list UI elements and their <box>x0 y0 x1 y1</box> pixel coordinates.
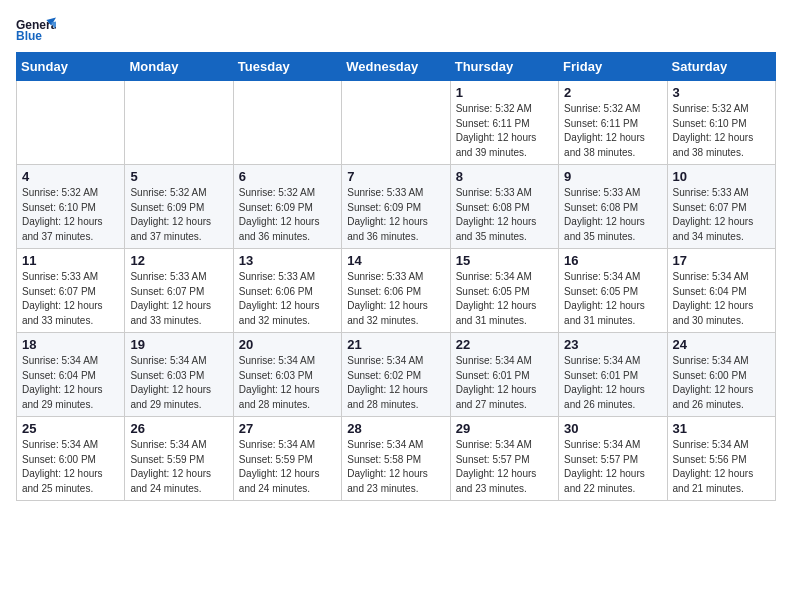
day-info: Sunrise: 5:33 AM Sunset: 6:06 PM Dayligh… <box>239 270 336 328</box>
day-info: Sunrise: 5:34 AM Sunset: 6:04 PM Dayligh… <box>22 354 119 412</box>
calendar-cell: 4Sunrise: 5:32 AM Sunset: 6:10 PM Daylig… <box>17 165 125 249</box>
calendar-week-row: 11Sunrise: 5:33 AM Sunset: 6:07 PM Dayli… <box>17 249 776 333</box>
weekday-header: Friday <box>559 53 667 81</box>
day-info: Sunrise: 5:34 AM Sunset: 6:03 PM Dayligh… <box>239 354 336 412</box>
calendar-cell: 11Sunrise: 5:33 AM Sunset: 6:07 PM Dayli… <box>17 249 125 333</box>
day-number: 1 <box>456 85 553 100</box>
day-info: Sunrise: 5:34 AM Sunset: 6:05 PM Dayligh… <box>564 270 661 328</box>
calendar-cell: 1Sunrise: 5:32 AM Sunset: 6:11 PM Daylig… <box>450 81 558 165</box>
calendar-week-row: 18Sunrise: 5:34 AM Sunset: 6:04 PM Dayli… <box>17 333 776 417</box>
calendar-cell <box>342 81 450 165</box>
day-info: Sunrise: 5:34 AM Sunset: 6:00 PM Dayligh… <box>22 438 119 496</box>
calendar-cell: 18Sunrise: 5:34 AM Sunset: 6:04 PM Dayli… <box>17 333 125 417</box>
calendar-cell <box>17 81 125 165</box>
day-info: Sunrise: 5:32 AM Sunset: 6:10 PM Dayligh… <box>22 186 119 244</box>
calendar-cell: 16Sunrise: 5:34 AM Sunset: 6:05 PM Dayli… <box>559 249 667 333</box>
day-number: 19 <box>130 337 227 352</box>
day-info: Sunrise: 5:34 AM Sunset: 5:57 PM Dayligh… <box>564 438 661 496</box>
day-info: Sunrise: 5:33 AM Sunset: 6:08 PM Dayligh… <box>564 186 661 244</box>
calendar-cell: 21Sunrise: 5:34 AM Sunset: 6:02 PM Dayli… <box>342 333 450 417</box>
day-number: 15 <box>456 253 553 268</box>
calendar-cell: 25Sunrise: 5:34 AM Sunset: 6:00 PM Dayli… <box>17 417 125 501</box>
day-number: 26 <box>130 421 227 436</box>
calendar-cell: 3Sunrise: 5:32 AM Sunset: 6:10 PM Daylig… <box>667 81 775 165</box>
calendar-cell: 31Sunrise: 5:34 AM Sunset: 5:56 PM Dayli… <box>667 417 775 501</box>
day-info: Sunrise: 5:34 AM Sunset: 6:01 PM Dayligh… <box>456 354 553 412</box>
calendar-cell: 26Sunrise: 5:34 AM Sunset: 5:59 PM Dayli… <box>125 417 233 501</box>
day-number: 17 <box>673 253 770 268</box>
day-info: Sunrise: 5:34 AM Sunset: 6:00 PM Dayligh… <box>673 354 770 412</box>
day-info: Sunrise: 5:34 AM Sunset: 5:57 PM Dayligh… <box>456 438 553 496</box>
calendar-cell: 28Sunrise: 5:34 AM Sunset: 5:58 PM Dayli… <box>342 417 450 501</box>
calendar-week-row: 25Sunrise: 5:34 AM Sunset: 6:00 PM Dayli… <box>17 417 776 501</box>
day-info: Sunrise: 5:33 AM Sunset: 6:07 PM Dayligh… <box>673 186 770 244</box>
day-info: Sunrise: 5:32 AM Sunset: 6:11 PM Dayligh… <box>564 102 661 160</box>
day-info: Sunrise: 5:34 AM Sunset: 5:56 PM Dayligh… <box>673 438 770 496</box>
calendar-table: SundayMondayTuesdayWednesdayThursdayFrid… <box>16 52 776 501</box>
logo-icon: General Blue <box>16 16 56 44</box>
calendar-cell <box>125 81 233 165</box>
day-info: Sunrise: 5:34 AM Sunset: 5:59 PM Dayligh… <box>239 438 336 496</box>
day-info: Sunrise: 5:33 AM Sunset: 6:08 PM Dayligh… <box>456 186 553 244</box>
day-info: Sunrise: 5:34 AM Sunset: 6:05 PM Dayligh… <box>456 270 553 328</box>
calendar-cell: 12Sunrise: 5:33 AM Sunset: 6:07 PM Dayli… <box>125 249 233 333</box>
day-info: Sunrise: 5:34 AM Sunset: 6:02 PM Dayligh… <box>347 354 444 412</box>
day-number: 13 <box>239 253 336 268</box>
day-info: Sunrise: 5:34 AM Sunset: 6:01 PM Dayligh… <box>564 354 661 412</box>
calendar-cell <box>233 81 341 165</box>
day-number: 4 <box>22 169 119 184</box>
day-info: Sunrise: 5:34 AM Sunset: 5:58 PM Dayligh… <box>347 438 444 496</box>
day-number: 9 <box>564 169 661 184</box>
calendar-cell: 13Sunrise: 5:33 AM Sunset: 6:06 PM Dayli… <box>233 249 341 333</box>
day-info: Sunrise: 5:33 AM Sunset: 6:07 PM Dayligh… <box>130 270 227 328</box>
day-info: Sunrise: 5:34 AM Sunset: 5:59 PM Dayligh… <box>130 438 227 496</box>
day-number: 10 <box>673 169 770 184</box>
day-number: 11 <box>22 253 119 268</box>
logo: General Blue <box>16 16 56 44</box>
day-number: 18 <box>22 337 119 352</box>
calendar-cell: 10Sunrise: 5:33 AM Sunset: 6:07 PM Dayli… <box>667 165 775 249</box>
day-info: Sunrise: 5:32 AM Sunset: 6:10 PM Dayligh… <box>673 102 770 160</box>
day-number: 3 <box>673 85 770 100</box>
weekday-header: Monday <box>125 53 233 81</box>
calendar-cell: 8Sunrise: 5:33 AM Sunset: 6:08 PM Daylig… <box>450 165 558 249</box>
day-number: 12 <box>130 253 227 268</box>
calendar-cell: 6Sunrise: 5:32 AM Sunset: 6:09 PM Daylig… <box>233 165 341 249</box>
calendar-cell: 22Sunrise: 5:34 AM Sunset: 6:01 PM Dayli… <box>450 333 558 417</box>
day-number: 24 <box>673 337 770 352</box>
calendar-cell: 29Sunrise: 5:34 AM Sunset: 5:57 PM Dayli… <box>450 417 558 501</box>
calendar-cell: 2Sunrise: 5:32 AM Sunset: 6:11 PM Daylig… <box>559 81 667 165</box>
day-number: 20 <box>239 337 336 352</box>
calendar-cell: 7Sunrise: 5:33 AM Sunset: 6:09 PM Daylig… <box>342 165 450 249</box>
calendar-cell: 23Sunrise: 5:34 AM Sunset: 6:01 PM Dayli… <box>559 333 667 417</box>
day-info: Sunrise: 5:33 AM Sunset: 6:09 PM Dayligh… <box>347 186 444 244</box>
day-number: 27 <box>239 421 336 436</box>
calendar-cell: 15Sunrise: 5:34 AM Sunset: 6:05 PM Dayli… <box>450 249 558 333</box>
day-number: 2 <box>564 85 661 100</box>
day-info: Sunrise: 5:33 AM Sunset: 6:07 PM Dayligh… <box>22 270 119 328</box>
day-info: Sunrise: 5:32 AM Sunset: 6:09 PM Dayligh… <box>239 186 336 244</box>
day-number: 22 <box>456 337 553 352</box>
calendar-week-row: 4Sunrise: 5:32 AM Sunset: 6:10 PM Daylig… <box>17 165 776 249</box>
calendar-week-row: 1Sunrise: 5:32 AM Sunset: 6:11 PM Daylig… <box>17 81 776 165</box>
day-number: 28 <box>347 421 444 436</box>
day-number: 30 <box>564 421 661 436</box>
day-info: Sunrise: 5:33 AM Sunset: 6:06 PM Dayligh… <box>347 270 444 328</box>
calendar-header-row: SundayMondayTuesdayWednesdayThursdayFrid… <box>17 53 776 81</box>
weekday-header: Wednesday <box>342 53 450 81</box>
calendar-cell: 5Sunrise: 5:32 AM Sunset: 6:09 PM Daylig… <box>125 165 233 249</box>
day-number: 29 <box>456 421 553 436</box>
day-number: 23 <box>564 337 661 352</box>
weekday-header: Sunday <box>17 53 125 81</box>
day-info: Sunrise: 5:34 AM Sunset: 6:03 PM Dayligh… <box>130 354 227 412</box>
weekday-header: Tuesday <box>233 53 341 81</box>
svg-text:Blue: Blue <box>16 29 42 43</box>
page-header: General Blue <box>16 16 776 44</box>
calendar-cell: 20Sunrise: 5:34 AM Sunset: 6:03 PM Dayli… <box>233 333 341 417</box>
day-number: 6 <box>239 169 336 184</box>
day-info: Sunrise: 5:32 AM Sunset: 6:09 PM Dayligh… <box>130 186 227 244</box>
day-number: 5 <box>130 169 227 184</box>
day-number: 14 <box>347 253 444 268</box>
day-number: 16 <box>564 253 661 268</box>
day-number: 21 <box>347 337 444 352</box>
